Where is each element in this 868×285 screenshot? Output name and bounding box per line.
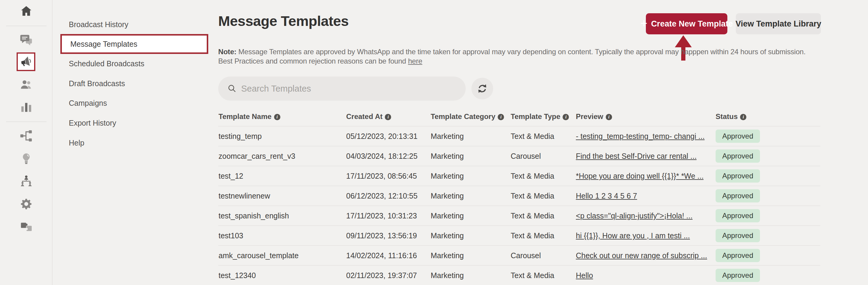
preview-link[interactable]: Check out our new range of subscrip ... [576, 251, 707, 260]
cell-template-type: Carousel [511, 246, 541, 266]
table-row: test103 09/11/2023, 13:56:19 Marketing T… [218, 225, 820, 245]
search-input[interactable] [241, 84, 457, 94]
cell-created-at: 02/11/2023, 19:37:07 [346, 266, 417, 285]
cell-template-name: test_12340 [218, 266, 256, 285]
broadcast-annotation-box[interactable] [17, 52, 35, 71]
status-badge: Approved [716, 249, 760, 262]
preview-link[interactable]: Find the best Self-Drive car rental ... [576, 152, 696, 160]
cell-template-category: Marketing [431, 127, 464, 146]
integrations-share-icon[interactable] [19, 129, 33, 143]
status-badge: Approved [716, 269, 760, 282]
cell-created-at: 04/03/2024, 18:12:25 [346, 146, 417, 166]
cell-created-at: 17/11/2023, 10:31:23 [346, 206, 417, 226]
info-icon[interactable]: i [498, 114, 504, 120]
table-body: testing_temp 05/12/2023, 20:13:31 Market… [218, 126, 820, 285]
cell-template-category: Marketing [431, 206, 464, 226]
rail-divider [6, 121, 46, 122]
info-icon[interactable]: i [606, 114, 612, 120]
broadcast-menu: Broadcast History Message Templates Sche… [53, 0, 218, 285]
here-link[interactable]: here [408, 57, 422, 65]
broadcast-megaphone-icon [20, 56, 32, 68]
menu-item-help[interactable]: Help [53, 133, 210, 153]
chats-icon[interactable] [19, 33, 33, 47]
status-badge: Approved [716, 189, 760, 203]
status-badge: Approved [716, 169, 760, 183]
menu-item-message-templates[interactable]: Message Templates [60, 34, 208, 54]
cell-created-at: 14/02/2024, 11:16:16 [346, 246, 417, 266]
col-header-preview: Previewi [576, 107, 612, 126]
cell-created-at: 09/11/2023, 13:56:19 [346, 226, 417, 246]
create-button-label: Create New Template [651, 19, 733, 29]
contacts-icon[interactable] [19, 78, 33, 92]
table-row: amk_carousel_template 14/02/2024, 11:16:… [218, 245, 820, 265]
icon-sidebar [0, 0, 53, 285]
cell-template-category: Marketing [431, 246, 464, 266]
col-header-template-name: Template Namei [218, 107, 280, 126]
cell-template-name: zoomcar_cars_rent_v3 [218, 146, 295, 166]
org-chart-icon[interactable] [19, 174, 33, 188]
cell-template-type: Text & Media [511, 166, 554, 186]
col-header-status: Statusi [716, 107, 746, 126]
status-badge: Approved [716, 209, 760, 222]
view-template-library-button[interactable]: View Template Library [736, 13, 821, 34]
note-line-2: Best Practices and common rejection reas… [218, 56, 806, 66]
table-row: testing_temp 05/12/2023, 20:13:31 Market… [218, 126, 820, 146]
home-icon[interactable] [19, 4, 33, 18]
preview-link[interactable]: - testing_temp-testing_temp- changi ... [576, 132, 705, 140]
settings-gear-icon[interactable] [19, 197, 33, 211]
col-header-template-type: Template Typei [511, 107, 569, 126]
page-title: Message Templates [218, 13, 349, 29]
menu-item-broadcast-history[interactable]: Broadcast History [53, 14, 210, 34]
col-header-template-category: Template Categoryi [431, 107, 504, 126]
note-line-1: Note: Message Templates are approved by … [218, 47, 806, 56]
menu-item-draft-broadcasts[interactable]: Draft Broadcasts [53, 73, 210, 94]
templates-table: Template Namei Created Ati Template Cate… [218, 107, 820, 285]
search-templates-bar[interactable] [218, 76, 466, 101]
cell-template-name: testing_temp [218, 127, 262, 146]
cell-template-category: Marketing [431, 186, 464, 206]
menu-item-scheduled-broadcasts[interactable]: Scheduled Broadcasts [53, 54, 210, 73]
info-icon[interactable]: i [385, 114, 391, 120]
cell-created-at: 17/11/2023, 08:56:45 [346, 166, 417, 186]
analytics-icon[interactable] [19, 100, 33, 114]
preview-link[interactable]: *Hope you are doing well {{1}}* *We ... [576, 172, 704, 180]
cell-template-category: Marketing [431, 146, 464, 166]
preview-link[interactable]: Hello 1 2 3 4 5 6 7 [576, 191, 637, 200]
cell-template-name: amk_carousel_template [218, 246, 299, 266]
preview-link[interactable]: Hello [576, 271, 593, 280]
approval-note: Note: Message Templates are approved by … [218, 47, 806, 66]
cell-template-name: test_12 [218, 166, 243, 186]
cell-template-type: Text & Media [511, 226, 554, 246]
extensions-puzzle-icon[interactable] [19, 220, 33, 234]
refresh-icon [476, 83, 488, 94]
cell-template-type: Text & Media [511, 186, 554, 206]
search-icon [227, 84, 237, 94]
preview-link[interactable]: <p class="ql-align-justify">¡Hola! ... [576, 212, 693, 220]
create-new-template-button[interactable]: + Create New Template [646, 13, 727, 34]
menu-item-campaigns[interactable]: Campaigns [53, 93, 210, 113]
preview-link[interactable]: hi {{1}}, How are you , I am testi ... [576, 231, 690, 240]
info-icon[interactable]: i [274, 114, 280, 120]
cell-template-name: testnewlinenew [218, 186, 270, 206]
message-templates-page: Broadcast History Message Templates Sche… [0, 0, 868, 285]
table-row: test_spanish_english 17/11/2023, 10:31:2… [218, 206, 820, 225]
ideas-lightbulb-icon[interactable] [19, 152, 33, 166]
cell-template-category: Marketing [431, 266, 464, 285]
rail-divider [6, 26, 46, 26]
cell-template-type: Text & Media [511, 127, 554, 146]
cell-template-name: test_spanish_english [218, 206, 289, 226]
info-icon[interactable]: i [740, 114, 746, 120]
col-header-created-at: Created Ati [346, 107, 391, 126]
menu-item-export-history[interactable]: Export History [53, 113, 210, 133]
refresh-button[interactable] [471, 78, 493, 99]
table-row: zoomcar_cars_rent_v3 04/03/2024, 18:12:2… [218, 146, 820, 166]
table-row: testnewlinenew 06/12/2023, 12:10:55 Mark… [218, 186, 820, 206]
table-row: test_12 17/11/2023, 08:56:45 Marketing T… [218, 166, 820, 186]
cell-created-at: 05/12/2023, 20:13:31 [346, 127, 417, 146]
info-icon[interactable]: i [563, 114, 569, 120]
cell-template-name: test103 [218, 226, 243, 246]
cell-template-type: Text & Media [511, 266, 554, 285]
table-row: test_12340 02/11/2023, 19:37:07 Marketin… [218, 265, 820, 285]
cell-template-category: Marketing [431, 226, 464, 246]
cell-created-at: 06/12/2023, 12:10:55 [346, 186, 417, 206]
